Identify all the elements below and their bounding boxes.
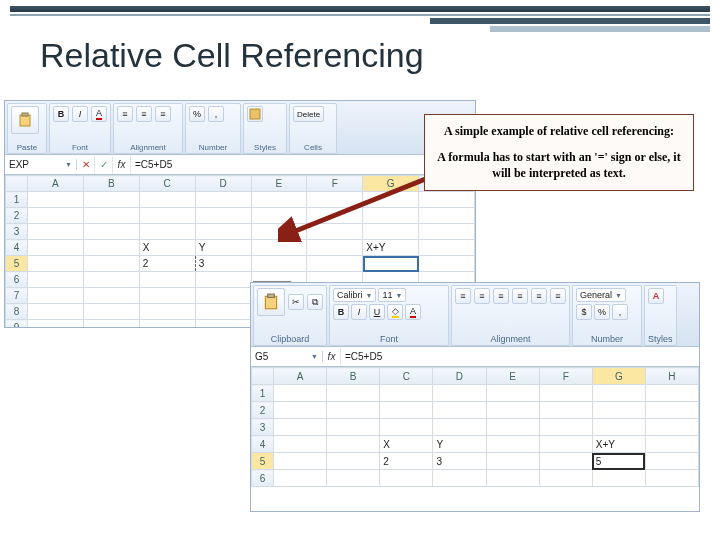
row-header[interactable]: 4 (252, 436, 274, 453)
cell-d5[interactable]: 3 (195, 256, 251, 272)
ribbon-label-cells: Cells (293, 142, 333, 152)
cell-g5-result[interactable]: 5 (592, 453, 645, 470)
font-size-combo[interactable]: 11▼ (378, 288, 406, 302)
align-top-button[interactable]: ≡ (455, 288, 471, 304)
align-left-button[interactable]: ≡ (117, 106, 133, 122)
align-bottom-button[interactable]: ≡ (493, 288, 509, 304)
col-header[interactable]: E (486, 368, 539, 385)
align-middle-button[interactable]: ≡ (474, 288, 490, 304)
col-header[interactable]: A (274, 368, 327, 385)
percent-button[interactable]: % (189, 106, 205, 122)
number-format-combo[interactable]: General▼ (576, 288, 626, 302)
currency-button[interactable]: $ (576, 304, 592, 320)
col-header[interactable]: C (139, 176, 195, 192)
paste-button[interactable] (257, 288, 285, 316)
fx-button[interactable]: fx (113, 156, 131, 174)
select-all-corner[interactable] (6, 176, 28, 192)
chevron-down-icon: ▼ (615, 292, 622, 299)
row-header[interactable]: 1 (6, 192, 28, 208)
row-header[interactable]: 5 (252, 453, 274, 470)
cell-c5[interactable]: 2 (139, 256, 195, 272)
row-header[interactable]: 8 (6, 304, 28, 320)
row-header[interactable]: 3 (252, 419, 274, 436)
accept-formula-button[interactable]: ✓ (95, 156, 113, 174)
cell-label-xy[interactable]: X+Y (363, 240, 419, 256)
cut-button[interactable]: ✂ (288, 294, 304, 310)
col-header[interactable]: F (307, 176, 363, 192)
underline-button[interactable]: U (369, 304, 385, 320)
col-header[interactable]: B (83, 176, 139, 192)
col-header[interactable]: G (592, 368, 645, 385)
name-box[interactable]: G5 ▼ (251, 351, 323, 362)
row-header[interactable]: 7 (6, 288, 28, 304)
col-header[interactable]: D (433, 368, 486, 385)
italic-button[interactable]: I (351, 304, 367, 320)
percent-button[interactable]: % (594, 304, 610, 320)
comma-button[interactable]: , (612, 304, 628, 320)
formula-bar: EXP ▼ ✕ ✓ fx =C5+D5 (5, 155, 475, 175)
row-header[interactable]: 3 (6, 224, 28, 240)
cell-label-x[interactable]: X (380, 436, 433, 453)
col-header[interactable]: F (539, 368, 592, 385)
row-header[interactable]: 5 (6, 256, 28, 272)
cell-label-x[interactable]: X (139, 240, 195, 256)
select-all-corner[interactable] (252, 368, 274, 385)
callout-lead: A simple example of relative cell refere… (435, 123, 683, 139)
styles-button[interactable] (247, 106, 263, 122)
slide-accent-rule (430, 18, 710, 24)
font-color-button[interactable]: A (91, 106, 107, 122)
font-color-button[interactable]: A (405, 304, 421, 320)
delete-button[interactable]: Delete (293, 106, 324, 122)
font-name-combo[interactable]: Calibri▼ (333, 288, 376, 302)
paste-button[interactable] (11, 106, 39, 134)
row-header[interactable]: 6 (252, 470, 274, 487)
slide-accent-rule-2 (490, 26, 710, 32)
cell-label-xy[interactable]: X+Y (592, 436, 645, 453)
name-box-value: EXP (9, 159, 29, 170)
ribbon-label-number: Number (576, 333, 638, 344)
col-header[interactable]: C (380, 368, 433, 385)
col-header[interactable]: E (251, 176, 307, 192)
row-header[interactable]: 6 (6, 272, 28, 288)
col-header[interactable]: H (645, 368, 698, 385)
chevron-down-icon: ▼ (395, 292, 402, 299)
align-left-button[interactable]: ≡ (512, 288, 528, 304)
ribbon-label-number: Number (189, 142, 237, 152)
name-box[interactable]: EXP ▼ (5, 159, 77, 170)
row-header[interactable]: 9 (6, 320, 28, 328)
name-box-value: G5 (255, 351, 268, 362)
cell-label-y[interactable]: Y (195, 240, 251, 256)
col-header[interactable]: A (28, 176, 84, 192)
col-header[interactable]: B (327, 368, 380, 385)
cell-label-y[interactable]: Y (433, 436, 486, 453)
row-header[interactable]: 1 (252, 385, 274, 402)
svg-rect-1 (22, 113, 28, 116)
cell-c5[interactable]: 2 (380, 453, 433, 470)
bold-button[interactable]: B (333, 304, 349, 320)
svg-rect-2 (250, 109, 260, 119)
comma-button[interactable]: , (208, 106, 224, 122)
align-right-button[interactable]: ≡ (550, 288, 566, 304)
slide-sub-rule (10, 14, 710, 16)
fx-button[interactable]: fx (323, 348, 341, 366)
cell-g5-editing[interactable] (363, 256, 419, 272)
chevron-down-icon: ▼ (311, 353, 318, 360)
italic-button[interactable]: I (72, 106, 88, 122)
worksheet-grid-lower[interactable]: A B C D E F G H 1 2 3 4 X Y X+Y (251, 367, 699, 511)
bold-button[interactable]: B (53, 106, 69, 122)
row-header[interactable]: 4 (6, 240, 28, 256)
cancel-formula-button[interactable]: ✕ (77, 156, 95, 174)
copy-button[interactable]: ⧉ (307, 294, 323, 310)
row-header[interactable]: 2 (252, 402, 274, 419)
styles-button[interactable]: A (648, 288, 664, 304)
align-center-button[interactable]: ≡ (531, 288, 547, 304)
slide-top-rule (10, 6, 710, 12)
col-header[interactable]: D (195, 176, 251, 192)
col-header[interactable]: G (363, 176, 419, 192)
formula-input[interactable]: =C5+D5 (341, 351, 699, 362)
row-header[interactable]: 2 (6, 208, 28, 224)
cell-d5[interactable]: 3 (433, 453, 486, 470)
align-center-button[interactable]: ≡ (136, 106, 152, 122)
fill-color-button[interactable]: ◇ (387, 304, 403, 320)
align-right-button[interactable]: ≡ (155, 106, 171, 122)
